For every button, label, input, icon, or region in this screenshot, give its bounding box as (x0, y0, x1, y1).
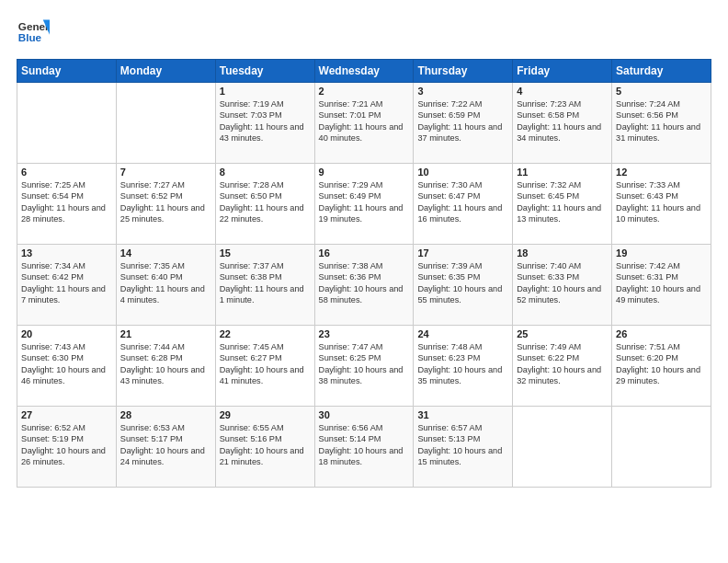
sunset-text: Sunset: 5:13 PM (417, 433, 508, 444)
col-tuesday: Tuesday (215, 60, 314, 83)
sunrise-text: Sunrise: 7:22 AM (417, 98, 508, 109)
daylight-text: Daylight: 10 hours and 24 minutes. (120, 445, 211, 468)
daylight-text: Daylight: 11 hours and 13 minutes. (517, 202, 608, 225)
day-number: 28 (120, 409, 211, 420)
sunrise-text: Sunrise: 7:21 AM (319, 98, 410, 109)
day-number: 11 (517, 167, 608, 178)
sunrise-text: Sunrise: 6:55 AM (220, 422, 311, 433)
calendar-cell: 29Sunrise: 6:55 AMSunset: 5:16 PMDayligh… (215, 407, 314, 488)
sunrise-text: Sunrise: 7:44 AM (120, 341, 211, 352)
sunset-text: Sunset: 6:45 PM (517, 190, 608, 201)
day-number: 15 (220, 247, 311, 259)
day-number: 8 (220, 167, 311, 178)
day-info: Sunrise: 7:23 AMSunset: 6:58 PMDaylight:… (517, 98, 608, 144)
day-number: 23 (319, 328, 410, 339)
calendar-cell: 27Sunrise: 6:52 AMSunset: 5:19 PMDayligh… (17, 407, 117, 488)
sunset-text: Sunset: 6:36 PM (319, 271, 410, 282)
daylight-text: Daylight: 10 hours and 38 minutes. (319, 364, 410, 387)
sunrise-text: Sunrise: 7:42 AM (616, 260, 707, 271)
calendar-cell: 4Sunrise: 7:23 AMSunset: 6:58 PMDaylight… (513, 83, 612, 164)
calendar-cell: 2Sunrise: 7:21 AMSunset: 7:01 PMDaylight… (314, 83, 414, 164)
sunrise-text: Sunrise: 7:25 AM (21, 179, 112, 190)
daylight-text: Daylight: 11 hours and 19 minutes. (319, 202, 410, 225)
day-number: 16 (319, 247, 410, 259)
logo-icon: General Blue (17, 17, 50, 50)
day-info: Sunrise: 7:43 AMSunset: 6:30 PMDaylight:… (21, 341, 112, 387)
svg-text:Blue: Blue (18, 31, 42, 43)
sunrise-text: Sunrise: 7:33 AM (616, 179, 707, 190)
day-info: Sunrise: 7:30 AMSunset: 6:47 PMDaylight:… (417, 179, 508, 225)
calendar-cell: 16Sunrise: 7:38 AMSunset: 6:36 PMDayligh… (314, 245, 414, 326)
daylight-text: Daylight: 10 hours and 15 minutes. (417, 445, 508, 468)
day-info: Sunrise: 7:42 AMSunset: 6:31 PMDaylight:… (616, 260, 707, 306)
col-friday: Friday (513, 60, 612, 83)
col-wednesday: Wednesday (314, 60, 414, 83)
sunrise-text: Sunrise: 7:24 AM (616, 98, 707, 109)
sunrise-text: Sunrise: 7:23 AM (517, 98, 608, 109)
sunset-text: Sunset: 5:14 PM (319, 433, 410, 444)
sunrise-text: Sunrise: 7:19 AM (220, 98, 311, 109)
header: General Blue (17, 17, 711, 50)
sunset-text: Sunset: 6:30 PM (21, 352, 112, 363)
sunrise-text: Sunrise: 7:43 AM (21, 341, 112, 352)
sunrise-text: Sunrise: 6:53 AM (120, 422, 211, 433)
day-info: Sunrise: 7:21 AMSunset: 7:01 PMDaylight:… (319, 98, 410, 144)
sunset-text: Sunset: 7:01 PM (319, 109, 410, 121)
sunset-text: Sunset: 6:22 PM (517, 352, 608, 363)
calendar-cell: 20Sunrise: 7:43 AMSunset: 6:30 PMDayligh… (17, 326, 117, 407)
daylight-text: Daylight: 10 hours and 26 minutes. (21, 445, 112, 468)
day-number: 6 (21, 167, 112, 178)
calendar-week-row: 1Sunrise: 7:19 AMSunset: 7:03 PMDaylight… (17, 83, 711, 164)
calendar-week-row: 20Sunrise: 7:43 AMSunset: 6:30 PMDayligh… (17, 326, 711, 407)
daylight-text: Daylight: 11 hours and 22 minutes. (220, 202, 311, 225)
daylight-text: Daylight: 10 hours and 18 minutes. (319, 445, 410, 468)
daylight-text: Daylight: 11 hours and 4 minutes. (120, 283, 211, 306)
calendar-header-row: Sunday Monday Tuesday Wednesday Thursday… (17, 60, 711, 83)
sunset-text: Sunset: 5:16 PM (220, 433, 311, 444)
calendar-cell: 3Sunrise: 7:22 AMSunset: 6:59 PMDaylight… (414, 83, 513, 164)
calendar-cell: 1Sunrise: 7:19 AMSunset: 7:03 PMDaylight… (215, 83, 314, 164)
daylight-text: Daylight: 11 hours and 31 minutes. (616, 121, 707, 144)
sunrise-text: Sunrise: 7:27 AM (120, 179, 211, 190)
daylight-text: Daylight: 11 hours and 37 minutes. (417, 121, 508, 144)
day-info: Sunrise: 7:27 AMSunset: 6:52 PMDaylight:… (120, 179, 211, 225)
sunset-text: Sunset: 6:28 PM (120, 352, 211, 363)
calendar-cell: 25Sunrise: 7:49 AMSunset: 6:22 PMDayligh… (513, 326, 612, 407)
calendar-cell (612, 407, 711, 488)
day-info: Sunrise: 7:45 AMSunset: 6:27 PMDaylight:… (220, 341, 311, 387)
day-info: Sunrise: 7:32 AMSunset: 6:45 PMDaylight:… (517, 179, 608, 225)
logo: General Blue (17, 17, 50, 50)
day-info: Sunrise: 7:25 AMSunset: 6:54 PMDaylight:… (21, 179, 112, 225)
sunrise-text: Sunrise: 7:29 AM (319, 179, 410, 190)
sunset-text: Sunset: 6:50 PM (220, 190, 311, 201)
daylight-text: Daylight: 10 hours and 35 minutes. (417, 364, 508, 387)
calendar-cell (513, 407, 612, 488)
sunrise-text: Sunrise: 7:38 AM (319, 260, 410, 271)
daylight-text: Daylight: 10 hours and 52 minutes. (517, 283, 608, 306)
day-info: Sunrise: 7:38 AMSunset: 6:36 PMDaylight:… (319, 260, 410, 306)
calendar-cell: 26Sunrise: 7:51 AMSunset: 6:20 PMDayligh… (612, 326, 711, 407)
day-number: 21 (120, 328, 211, 339)
calendar-cell: 13Sunrise: 7:34 AMSunset: 6:42 PMDayligh… (17, 245, 117, 326)
calendar-cell: 18Sunrise: 7:40 AMSunset: 6:33 PMDayligh… (513, 245, 612, 326)
daylight-text: Daylight: 10 hours and 29 minutes. (616, 364, 707, 387)
day-info: Sunrise: 7:39 AMSunset: 6:35 PMDaylight:… (417, 260, 508, 306)
sunrise-text: Sunrise: 7:32 AM (517, 179, 608, 190)
day-info: Sunrise: 7:37 AMSunset: 6:38 PMDaylight:… (220, 260, 311, 306)
calendar-cell (17, 83, 117, 164)
daylight-text: Daylight: 10 hours and 49 minutes. (616, 283, 707, 306)
daylight-text: Daylight: 10 hours and 32 minutes. (517, 364, 608, 387)
calendar-cell: 12Sunrise: 7:33 AMSunset: 6:43 PMDayligh… (612, 164, 711, 245)
day-info: Sunrise: 7:47 AMSunset: 6:25 PMDaylight:… (319, 341, 410, 387)
daylight-text: Daylight: 11 hours and 25 minutes. (120, 202, 211, 225)
day-info: Sunrise: 7:28 AMSunset: 6:50 PMDaylight:… (220, 179, 311, 225)
sunrise-text: Sunrise: 7:47 AM (319, 341, 410, 352)
day-number: 12 (616, 167, 707, 178)
day-number: 26 (616, 328, 707, 339)
calendar-cell (116, 83, 215, 164)
day-number: 24 (417, 328, 508, 339)
day-info: Sunrise: 7:44 AMSunset: 6:28 PMDaylight:… (120, 341, 211, 387)
sunset-text: Sunset: 6:31 PM (616, 271, 707, 282)
sunset-text: Sunset: 6:35 PM (417, 271, 508, 282)
daylight-text: Daylight: 11 hours and 10 minutes. (616, 202, 707, 225)
